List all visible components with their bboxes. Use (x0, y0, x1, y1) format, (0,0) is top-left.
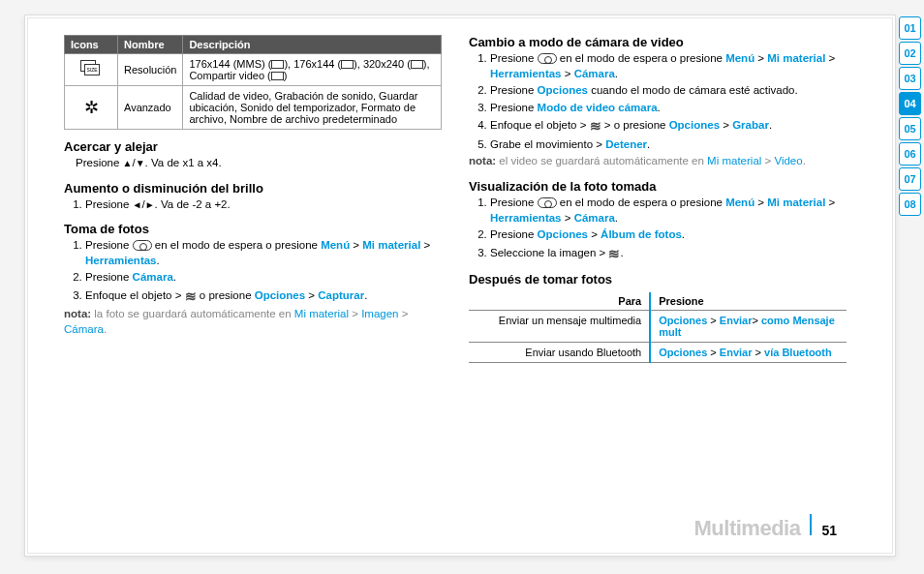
text: Presione (85, 239, 133, 251)
footer-separator (810, 514, 812, 535)
note-path: Cámara (64, 323, 104, 335)
camera-button-icon (538, 197, 557, 208)
text: Presione (76, 157, 123, 168)
text: Presione (490, 228, 538, 240)
text: en el modo de espera o presione (557, 52, 726, 64)
menu-path: Opciones (538, 228, 588, 240)
tab-02[interactable]: 02 (899, 42, 921, 65)
menu-path: Opciones (538, 84, 588, 96)
desc-cell: Calidad de video, Grabación de sonido, G… (183, 86, 442, 130)
icons-table: Icons Nombre Descripción SIZE Resolución (64, 35, 442, 130)
menu-path: Enviar (720, 347, 753, 358)
triangle-down-icon: ▼ (136, 158, 145, 168)
menu-path: Detener (605, 138, 647, 150)
text: Seleccione la imagen > (490, 247, 608, 258)
size-icon: SIZE (80, 60, 102, 77)
text: en el modo de espera o presione (557, 196, 726, 208)
table-row: ✲ Avanzado Calidad de video, Grabación d… (65, 86, 442, 130)
monitor-icon (341, 60, 354, 69)
left-column: Icons Nombre Descripción SIZE Resolución (64, 35, 442, 506)
menu-path: Enviar (720, 315, 753, 326)
note-path: Mi material (707, 155, 761, 166)
section-tabs: 01 02 03 04 05 06 07 08 (899, 16, 921, 216)
menu-path: Álbum de fotos (601, 228, 682, 240)
th-presione: Presione (650, 292, 847, 311)
icon-cell: ✲ (65, 86, 118, 130)
heading-takephoto: Toma de fotos (64, 222, 442, 236)
menu-path: Mi material (767, 196, 825, 208)
menu-path: Herramientas (490, 68, 562, 79)
text: o presione (197, 289, 255, 301)
tab-01[interactable]: 01 (899, 16, 921, 40)
menu-path: Menú (725, 196, 755, 208)
viewphoto-steps: Presione en el modo de espera o presione… (469, 196, 847, 262)
heading-after: Después de tomar fotos (469, 272, 847, 287)
tab-03[interactable]: 03 (899, 67, 921, 90)
desc-text: 176x144 (MMS) ( (189, 58, 271, 70)
text: Presione (490, 84, 538, 96)
select-key-icon (590, 117, 601, 136)
text: Enfoque el objeto > (490, 119, 590, 131)
camera-button-icon (133, 240, 152, 251)
menu-path: Opciones (669, 119, 720, 131)
desc-text: ), 176x144 ( (284, 58, 341, 70)
desc-cell: 176x144 (MMS) (), 176x144 (), 320x240 ()… (183, 54, 442, 86)
heading-videomode: Cambio a modo de cámara de video (469, 35, 847, 49)
text: Presione (85, 271, 133, 283)
menu-path: Mi material (767, 52, 825, 64)
note-path: Mi material (294, 308, 349, 319)
zoom-line: Presione ▲/▼. Va de x1 a x4. (64, 156, 442, 171)
menu-path: Grabar (732, 119, 769, 131)
text: Presione (490, 196, 538, 208)
menu-path: Opciones (659, 315, 707, 326)
list-item: Presione en el modo de espera o presione… (490, 196, 847, 226)
text: > o presione (601, 119, 669, 131)
menu-path: Menú (725, 52, 755, 64)
th-icons: Icons (65, 36, 118, 54)
menu-path: Mi material (362, 239, 420, 251)
list-item: Presione en el modo de espera o presione… (85, 238, 442, 268)
tab-06[interactable]: 06 (899, 142, 921, 166)
triangle-left-icon: ◄ (133, 199, 142, 210)
right-column: Cambio a modo de cámara de video Presion… (469, 35, 847, 506)
note-label: nota: (64, 308, 91, 319)
table-row: Enviar un mensaje multimedia Opciones > … (469, 311, 847, 343)
menu-path: vía Bluetooth (764, 347, 832, 358)
list-item: Enfoque el objeto > > o presione Opcione… (490, 117, 847, 136)
menu-path: Cámara (574, 212, 615, 224)
manual-page: Icons Nombre Descripción SIZE Resolución (24, 15, 896, 557)
note-text: el video se guardará automáticamente en (496, 155, 707, 166)
heading-viewphoto: Visualización de la foto tomada (469, 179, 847, 194)
table-row: Enviar usando Bluetooth Opciones > Envia… (469, 343, 847, 363)
th-desc: Descripción (183, 36, 442, 54)
note-videomode: nota: el video se guardará automáticamen… (469, 154, 847, 169)
monitor-icon (411, 60, 423, 69)
content-columns: Icons Nombre Descripción SIZE Resolución (64, 35, 847, 506)
after-table: Para Presione Enviar un mensaje multimed… (469, 292, 847, 363)
menu-path: Cámara (574, 68, 615, 79)
pres-cell: Opciones > Enviar > vía Bluetooth (650, 343, 847, 363)
tab-05[interactable]: 05 (899, 117, 921, 140)
videomode-steps: Presione en el modo de espera o presione… (469, 51, 847, 152)
text: Enfoque el objeto > (85, 289, 185, 301)
menu-path: Opciones (659, 347, 707, 358)
icon-cell: SIZE (65, 54, 118, 86)
monitor-icon (271, 60, 284, 69)
pres-cell: Opciones > Enviar> como Mensaje mult (650, 311, 847, 343)
note-label: nota: (469, 155, 496, 166)
menu-path: Herramientas (490, 212, 562, 224)
para-cell: Enviar usando Bluetooth (469, 343, 650, 363)
list-item: Enfoque el objeto > o presione Opciones … (85, 287, 442, 306)
nombre-cell: Avanzado (118, 86, 183, 130)
tab-08[interactable]: 08 (899, 193, 921, 216)
tab-04[interactable]: 04 (899, 92, 921, 115)
list-item: Seleccione la imagen > . (490, 245, 847, 263)
para-cell: Enviar un mensaje multimedia (469, 311, 650, 343)
triangle-right-icon: ► (145, 199, 155, 210)
note-takephoto: nota: la foto se guardará automáticament… (64, 307, 442, 337)
select-key-icon (185, 287, 197, 306)
tab-07[interactable]: 07 (899, 167, 921, 191)
menu-path: Opciones (255, 289, 305, 301)
list-item: Presione ◄/►. Va de -2 a +2. (85, 197, 442, 213)
list-item: Grabe el movimiento > Detener. (490, 137, 847, 153)
